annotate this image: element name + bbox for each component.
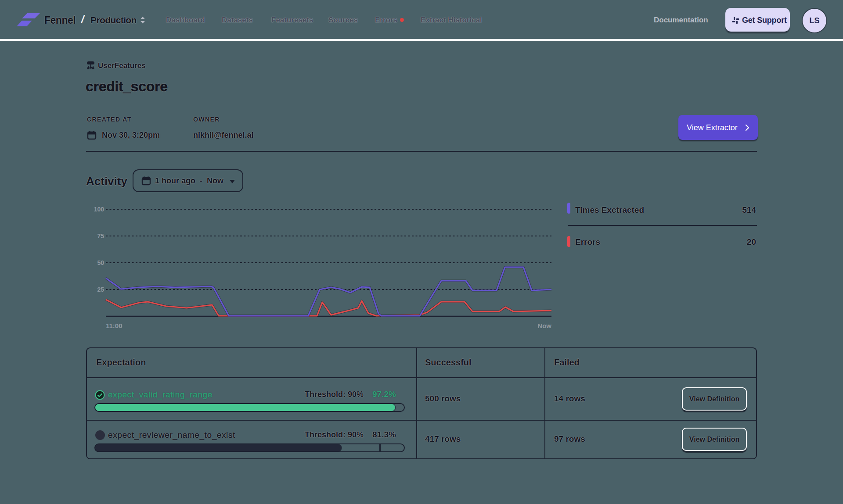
svg-text:100: 100	[94, 206, 104, 213]
svg-text:50: 50	[97, 259, 104, 266]
svg-text:Now: Now	[537, 322, 551, 329]
svg-text:75: 75	[97, 232, 104, 239]
svg-text:25: 25	[97, 286, 104, 293]
svg-text:11:00: 11:00	[106, 322, 122, 329]
